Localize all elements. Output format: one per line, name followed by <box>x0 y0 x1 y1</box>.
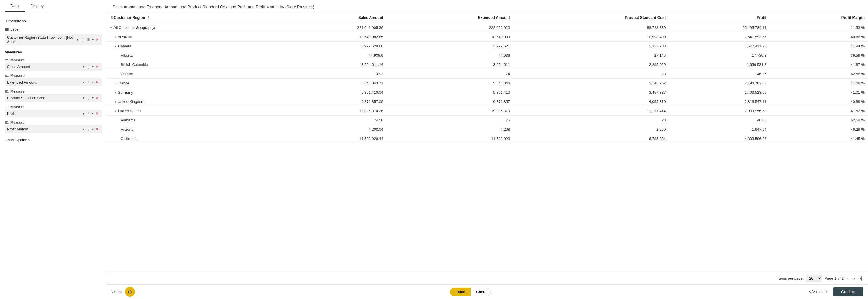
table-row: Ontario73.92742846.2662.58 % <box>107 70 868 79</box>
table-tab-button[interactable]: Table <box>450 288 471 296</box>
cell-profit-4: 1,659,581.7 <box>669 60 770 70</box>
cell-margin-2: 41.94 % <box>770 42 868 51</box>
cell-extended-3: 44,936 <box>386 51 514 60</box>
next-page-button[interactable]: › <box>852 275 856 282</box>
cell-sales-10: 74.58 <box>279 116 387 125</box>
cell-label-2: ▾Canada <box>107 42 279 51</box>
measure-remove-m5[interactable]: ✕ <box>95 127 100 132</box>
tab-data[interactable]: Data <box>5 0 25 11</box>
cell-label-8: ›United Kingdom <box>107 97 279 106</box>
cell-product-cost-12: 6,785,334 <box>514 134 669 143</box>
right-panel: Sales Amount and Extended Amount and Pro… <box>107 0 868 299</box>
table-row: ›Australia18,540,082.8518,540,08310,998,… <box>107 32 868 42</box>
row-label-7: Germany <box>118 90 133 94</box>
pagination-area: Items per page: 20 50 100 Page 1 of 2 ‹ … <box>778 275 863 282</box>
cell-label-3: Alberta <box>107 51 279 60</box>
sort-icon[interactable]: ⇅ <box>111 16 113 19</box>
measure-chevron-m3[interactable]: ▾ <box>83 96 84 100</box>
measure-more-m5[interactable]: ⋮ <box>86 127 91 132</box>
cell-sales-5: 73.92 <box>279 70 387 79</box>
dim-move-down-icon[interactable]: ▾ <box>92 38 94 42</box>
measure-chevron-m4[interactable]: ▾ <box>83 112 84 115</box>
bottom-bar: Visual ⚙ Table Chart </> Explain Confirm <box>107 284 868 299</box>
measure-field-text-m1: Sales Amount <box>7 64 82 69</box>
expand-icon[interactable]: › <box>115 100 116 104</box>
confirm-button[interactable]: Confirm <box>833 287 863 296</box>
col-menu-customer-region[interactable]: ⋮ <box>147 15 150 20</box>
measure-chevron-m2[interactable]: ▾ <box>83 81 84 84</box>
row-label-5: Ontario <box>121 72 133 76</box>
cell-margin-6: 41.08 % <box>770 79 868 88</box>
left-tabs: Data Display <box>0 0 106 12</box>
measure-remove-m4[interactable]: ✕ <box>95 111 100 116</box>
measure-move-m3[interactable]: ▾ <box>92 96 94 100</box>
col-extended-amount: Extended Amount <box>386 12 514 23</box>
cell-sales-9: 19,035,370.26 <box>279 106 387 116</box>
collapse-icon[interactable]: ▾ <box>115 45 116 48</box>
cell-extended-1: 18,540,083 <box>386 32 514 42</box>
measure-more-m1[interactable]: ⋮ <box>86 64 91 69</box>
measure-more-m3[interactable]: ⋮ <box>86 96 91 100</box>
dimensions-title: Dimensions <box>5 19 102 23</box>
measure-move-m1[interactable]: ▾ <box>92 65 94 68</box>
cell-sales-2: 3,999,620.66 <box>279 42 387 51</box>
cell-profit-8: 2,816,547.11 <box>669 97 770 106</box>
last-page-button[interactable]: ›| <box>859 275 863 282</box>
measure-move-m4[interactable]: ▾ <box>92 112 94 115</box>
col-product-standard-cost: Product Standard Cost <box>514 12 669 23</box>
measure-group-label-m4: Measure <box>5 104 102 110</box>
measure-chevron-m1[interactable]: ▾ <box>83 65 84 68</box>
measure-field-row-m1: Sales Amount▾⋮▾✕ <box>5 63 102 71</box>
explain-button[interactable]: </> Explain <box>809 290 829 294</box>
measure-group-text-m2: Measure <box>10 74 25 78</box>
cell-extended-4: 3,954,611 <box>386 60 514 70</box>
visual-gear-button[interactable]: ⚙ <box>125 287 135 297</box>
measure-remove-m2[interactable]: ✕ <box>95 80 100 85</box>
table-row: ▾United States19,035,370.2619,035,37011,… <box>107 106 868 116</box>
expand-icon[interactable]: › <box>115 91 116 94</box>
cell-sales-6: 5,343,043.71 <box>279 79 387 88</box>
collapse-icon[interactable]: ▾ <box>115 110 116 113</box>
cell-profit-10: 46.68 <box>669 116 770 125</box>
data-table: ⇅ Customer Region ⋮ Sales Amount Extende… <box>107 12 868 143</box>
dim-more-icon[interactable]: ⋮ <box>80 37 85 42</box>
measure-more-m2[interactable]: ⋮ <box>86 80 91 85</box>
measure-move-m5[interactable]: ▾ <box>92 128 94 131</box>
cell-profit-1: 7,541,592.55 <box>669 32 770 42</box>
measure-chevron-m5[interactable]: ▾ <box>83 128 84 131</box>
cell-extended-8: 6,871,857 <box>386 97 514 106</box>
table-row: ›France5,343,043.715,343,0443,148,2622,1… <box>107 79 868 88</box>
cell-sales-11: 4,208.04 <box>279 125 387 134</box>
cell-label-12: California <box>107 134 279 143</box>
expand-icon[interactable]: › <box>115 35 116 39</box>
chart-tab-button[interactable]: Chart <box>471 288 491 296</box>
measure-move-m2[interactable]: ▾ <box>92 81 94 84</box>
measure-remove-m1[interactable]: ✕ <box>95 64 100 69</box>
cell-product-cost-6: 3,148,262 <box>514 79 669 88</box>
tab-display[interactable]: Display <box>25 0 50 11</box>
expand-icon[interactable]: › <box>115 82 116 85</box>
dim-chevron-down-icon[interactable]: ▾ <box>77 38 78 42</box>
cell-extended-11: 4,208 <box>386 125 514 134</box>
items-per-page-select[interactable]: 20 50 100 <box>806 275 822 282</box>
code-icon: </> <box>809 290 815 294</box>
measure-group-text-m5: Measure <box>10 120 25 125</box>
cell-margin-5: 62.58 % <box>770 70 868 79</box>
dim-remove-icon[interactable]: ✕ <box>95 37 100 42</box>
cell-product-cost-5: 28 <box>514 70 669 79</box>
dim-grid-icon[interactable]: ⊞ <box>86 37 91 42</box>
col-label-sales-amount: Sales Amount <box>358 15 383 20</box>
cell-sales-0: 221,041,905.36 <box>279 23 387 32</box>
measure-more-m4[interactable]: ⋮ <box>86 111 91 116</box>
measure-remove-m3[interactable]: ✕ <box>95 96 100 100</box>
collapse-icon[interactable]: ▾ <box>110 26 112 29</box>
cell-sales-7: 5,861,410.04 <box>279 88 387 97</box>
prev-page-button[interactable]: ‹ <box>846 275 850 282</box>
measure-group-text-m4: Measure <box>10 105 25 109</box>
table-row: British Columbia3,954,611.143,954,6112,2… <box>107 60 868 70</box>
cell-sales-4: 3,954,611.14 <box>279 60 387 70</box>
level-label: Level <box>10 27 19 31</box>
measure-field-row-m5: Profit Margin▾⋮▾✕ <box>5 125 102 133</box>
cell-label-11: Arizona <box>107 125 279 134</box>
pagination-row: Items per page: 20 50 100 Page 1 of 2 ‹ … <box>107 272 868 284</box>
